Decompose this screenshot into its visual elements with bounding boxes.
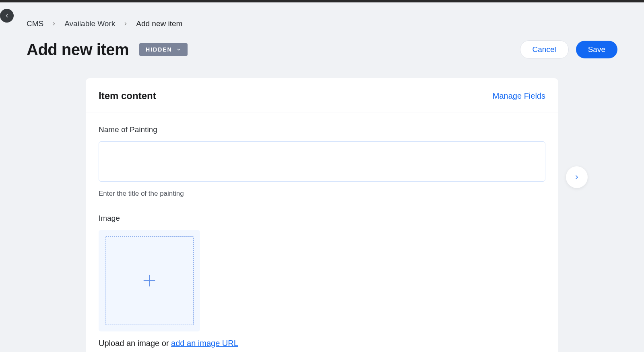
back-button[interactable] xyxy=(0,9,14,23)
chevron-right-icon xyxy=(123,19,128,28)
visibility-status-label: HIDDEN xyxy=(146,46,172,53)
chevron-left-icon xyxy=(4,13,10,19)
page-title: Add new item xyxy=(27,41,129,59)
image-field-group: Image Upload an image or add an image UR… xyxy=(99,214,545,352)
breadcrumb: CMS Available Work Add new item xyxy=(27,2,617,28)
image-upload-dropzone[interactable] xyxy=(99,230,200,331)
breadcrumb-available-work[interactable]: Available Work xyxy=(64,19,115,28)
breadcrumb-cms[interactable]: CMS xyxy=(27,19,43,28)
image-field-label: Image xyxy=(99,214,545,223)
visibility-status-dropdown[interactable]: HIDDEN xyxy=(139,43,188,56)
plus-icon xyxy=(142,273,157,288)
cancel-button[interactable]: Cancel xyxy=(520,40,569,59)
name-of-painting-input[interactable] xyxy=(99,141,545,182)
chevron-right-icon xyxy=(52,19,56,28)
name-field-label: Name of Painting xyxy=(99,125,545,134)
name-field-group: Name of Painting Enter the title of the … xyxy=(99,125,545,198)
expand-panel-button[interactable] xyxy=(566,166,588,188)
upload-text: Upload an image or add an image URL xyxy=(99,339,545,348)
name-field-help: Enter the title of the painting xyxy=(99,190,545,198)
breadcrumb-current: Add new item xyxy=(136,19,182,28)
save-button[interactable]: Save xyxy=(576,41,617,58)
chevron-down-icon xyxy=(176,47,181,52)
add-image-url-link[interactable]: add an image URL xyxy=(171,339,238,348)
manage-fields-link[interactable]: Manage Fields xyxy=(493,91,545,101)
card-title: Item content xyxy=(99,90,156,101)
upload-prefix: Upload an image or xyxy=(99,339,171,348)
item-content-card: Item content Manage Fields Name of Paint… xyxy=(86,78,558,352)
chevron-right-icon xyxy=(574,174,580,180)
